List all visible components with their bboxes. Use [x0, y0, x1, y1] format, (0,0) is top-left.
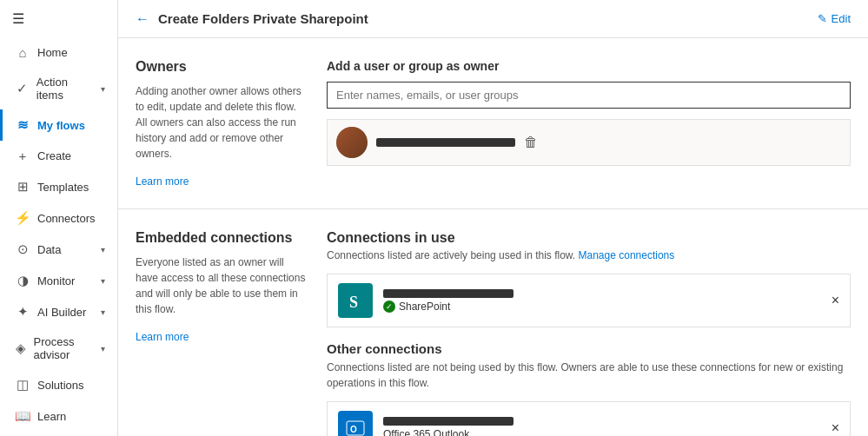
- sidebar-item-my-flows[interactable]: ≋ My flows: [0, 109, 117, 141]
- sharepoint-name-redacted: [383, 289, 514, 298]
- other-connections-subtitle: Connections listed are not being used by…: [327, 360, 851, 391]
- outlook-icon: O: [338, 411, 373, 436]
- sidebar-item-label: Solutions: [37, 379, 83, 392]
- monitor-icon: ◑: [15, 273, 30, 288]
- owner-search-input[interactable]: [327, 82, 851, 109]
- chevron-down-icon: ▾: [101, 276, 105, 286]
- sharepoint-connection-card: S ✓ SharePoint ×: [327, 274, 851, 327]
- create-icon: +: [15, 149, 30, 163]
- sharepoint-name-area: ✓ SharePoint: [383, 289, 821, 313]
- owners-learn-more[interactable]: Learn more: [136, 175, 189, 188]
- owner-row: 🗑: [327, 119, 851, 166]
- connections-section-left: Embedded connections Everyone listed as …: [136, 230, 309, 436]
- remove-outlook-button[interactable]: ×: [832, 420, 839, 436]
- content-area: Owners Adding another owner allows other…: [118, 38, 868, 436]
- sidebar-item-label: Create: [37, 149, 71, 162]
- sidebar-item-label: Connectors: [37, 212, 95, 225]
- in-use-subtitle: Connections listed are actively being us…: [327, 249, 851, 261]
- connections-learn-more[interactable]: Learn more: [136, 331, 189, 343]
- sidebar-item-solutions[interactable]: ◫ Solutions: [0, 369, 117, 400]
- page-title: Create Folders Private Sharepoint: [158, 11, 368, 26]
- connectors-icon: ⚡: [15, 210, 30, 226]
- outlook-name-redacted: [383, 417, 514, 426]
- home-icon: ⌂: [15, 45, 30, 60]
- sidebar-item-label: AI Builder: [37, 306, 86, 319]
- outlook-service-label: Office 365 Outlook: [383, 428, 821, 437]
- data-icon: ⊙: [15, 241, 30, 257]
- svg-text:O: O: [350, 425, 357, 434]
- owners-title: Owners: [136, 59, 309, 75]
- hamburger-icon[interactable]: ☰: [0, 0, 117, 37]
- templates-icon: ⊞: [15, 179, 30, 195]
- owners-section: Owners Adding another owner allows other…: [118, 38, 868, 209]
- chevron-down-icon: ▾: [101, 245, 105, 254]
- back-button[interactable]: ←: [136, 11, 149, 27]
- chevron-down-icon: ▾: [101, 344, 105, 353]
- edit-label: Edit: [832, 12, 851, 25]
- svg-text:S: S: [349, 294, 358, 311]
- sidebar-item-ai-builder[interactable]: ✦ AI Builder ▾: [0, 296, 117, 327]
- process-advisor-icon: ◈: [15, 340, 27, 356]
- sharepoint-status-label: SharePoint: [399, 301, 450, 313]
- connections-description: Everyone listed as an owner will have ac…: [136, 254, 309, 317]
- add-owner-label: Add a user or group as owner: [327, 59, 851, 73]
- chevron-down-icon: ▾: [101, 84, 105, 94]
- in-use-title: Connections in use: [327, 230, 851, 246]
- in-use-subtitle-text: Connections listed are actively being us…: [327, 249, 575, 261]
- sidebar-item-label: Templates: [37, 181, 89, 194]
- sidebar-item-data[interactable]: ⊙ Data ▾: [0, 234, 117, 265]
- owners-section-right: Add a user or group as owner 🗑: [327, 59, 851, 188]
- manage-connections-link[interactable]: Manage connections: [579, 249, 675, 261]
- other-connections-title: Other connections: [327, 341, 851, 356]
- outlook-name-area: Office 365 Outlook: [383, 417, 821, 437]
- sidebar-item-label: Learn: [37, 410, 66, 423]
- sidebar-item-label: Process advisor: [34, 335, 94, 361]
- connections-section: Embedded connections Everyone listed as …: [118, 209, 868, 436]
- learn-icon: 📖: [15, 408, 30, 424]
- sharepoint-icon: S: [338, 283, 373, 318]
- outlook-connection-card: O Office 365 Outlook ×: [327, 401, 851, 436]
- sidebar: ☰ ⌂ Home ✓ Action items ▾ ≋ My flows + C…: [0, 0, 118, 436]
- sidebar-item-process-advisor[interactable]: ◈ Process advisor ▾: [0, 327, 117, 369]
- owners-description: Adding another owner allows others to ed…: [136, 83, 309, 162]
- sidebar-item-connectors[interactable]: ⚡ Connectors: [0, 202, 117, 234]
- owner-name-redacted: [376, 138, 515, 147]
- edit-button[interactable]: ✎ Edit: [818, 12, 851, 25]
- sidebar-item-action-items[interactable]: ✓ Action items ▾: [0, 68, 117, 109]
- connections-section-right: Connections in use Connections listed ar…: [327, 230, 851, 436]
- connections-title: Embedded connections: [136, 230, 309, 246]
- status-dot: ✓: [383, 301, 395, 313]
- sidebar-item-label: Data: [37, 243, 61, 256]
- outlook-status-label: Office 365 Outlook: [383, 428, 469, 437]
- sidebar-item-create[interactable]: + Create: [0, 141, 117, 171]
- edit-icon: ✎: [818, 12, 827, 25]
- chevron-down-icon: ▾: [101, 307, 105, 317]
- topbar-left: ← Create Folders Private Sharepoint: [136, 11, 368, 27]
- sidebar-item-label: My flows: [37, 119, 85, 132]
- my-flows-icon: ≋: [15, 117, 30, 133]
- delete-owner-button[interactable]: 🗑: [524, 135, 538, 150]
- sidebar-item-monitor[interactable]: ◑ Monitor ▾: [0, 265, 117, 296]
- remove-sharepoint-button[interactable]: ×: [832, 293, 839, 308]
- sidebar-item-home[interactable]: ⌂ Home: [0, 37, 117, 68]
- sidebar-item-label: Action items: [36, 76, 94, 102]
- sidebar-item-label: Monitor: [37, 274, 75, 287]
- solutions-icon: ◫: [15, 377, 30, 393]
- topbar: ← Create Folders Private Sharepoint ✎ Ed…: [118, 0, 868, 38]
- main-content: ← Create Folders Private Sharepoint ✎ Ed…: [118, 0, 868, 436]
- action-items-icon: ✓: [15, 81, 30, 96]
- sidebar-item-templates[interactable]: ⊞ Templates: [0, 171, 117, 202]
- sidebar-item-label: Home: [37, 46, 68, 59]
- avatar: [336, 127, 368, 158]
- sharepoint-status: ✓ SharePoint: [383, 301, 821, 313]
- sidebar-item-learn[interactable]: 📖 Learn: [0, 400, 117, 432]
- owners-section-left: Owners Adding another owner allows other…: [136, 59, 309, 188]
- ai-builder-icon: ✦: [15, 304, 30, 320]
